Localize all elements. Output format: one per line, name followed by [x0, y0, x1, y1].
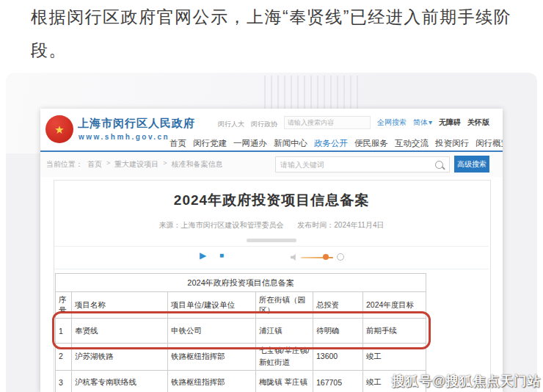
gov-website-screenshot: ★ 上海市闵行区人民政府 www.shmh.gov.cn 闵行人大闵行政协 全网… [40, 109, 503, 392]
care-version-link[interactable]: 关怀版 [467, 117, 489, 128]
table-row: 1奉贤线申铁公司浦江镇待明确前期手续 [56, 319, 426, 344]
breadcrumb: 当前位置：首页>重大建设项目>核准和备案信息 [46, 159, 223, 170]
watermark: 搜狐号@搜狐焦点天门站 [392, 372, 541, 390]
document-meta: 来源：上海市闵行区建设和管理委员会 发布时间：2024年11月4日 [40, 220, 503, 231]
cell-r1-c0: 2 [56, 344, 72, 371]
col-header-5: 2024年度目标 [363, 292, 426, 319]
publish-time-label: 发布时间：2024年11月4日 [297, 221, 384, 229]
col-header-2: 项目单位/建设单位 [168, 292, 256, 319]
player-caption-blur [247, 239, 296, 242]
breadcrumb-bar: 当前位置：首页>重大建设项目>核准和备案信息 高级搜索 [40, 152, 503, 177]
table-row: 3沪杭客专南联络线铁路枢纽指挥部梅陇镇 莘庄镇167705竣工 [56, 370, 426, 392]
cell-r2-c1: 沪杭客专南联络线 [72, 370, 168, 392]
top-search-button[interactable]: 全网搜索 [377, 117, 407, 128]
article-intro: 根据闵行区政府官网公示，上海“奉贤线”已经进入前期手续阶段。 [31, 1, 518, 67]
projects-table-wrap: 2024年政府投资项目信息备案序号项目名称项目单位/建设单位所在街镇（园区）总投… [55, 273, 426, 392]
national-emblem-logo: ★ [45, 115, 73, 143]
cell-r0-c3: 浦江镇 [256, 319, 313, 344]
cell-r0-c0: 1 [56, 319, 72, 344]
nav-item-0[interactable]: 首页 [170, 138, 186, 149]
star-icon: ★ [54, 124, 64, 135]
cell-r1-c4: 13600 [313, 344, 363, 371]
main-nav: 首页闵行党建一网通办新闻中心政务公开便民服务互动交流投资闵行闵行概览 [170, 138, 503, 149]
cell-r2-c3: 梅陇镇 莘庄镇 [256, 370, 313, 392]
table-header-row: 序号项目名称项目单位/建设单位所在街镇（园区）总投资2024年度目标 [56, 292, 426, 319]
table-row: 2沪苏湖铁路铁路枢纽指挥部七宝镇/莘庄镇/新虹街道13600竣工 [56, 344, 426, 371]
document-title: 2024年政府投资项目信息备案 [40, 191, 503, 210]
accessibility-link[interactable]: 无障碍 [439, 117, 461, 128]
breadcrumb-separator: > [106, 159, 110, 170]
cell-r1-c3: 七宝镇/莘庄镇/新虹街道 [256, 344, 313, 371]
table-caption-row: 2024年政府投资项目信息备案 [56, 274, 426, 292]
col-header-1: 项目名称 [72, 292, 168, 319]
keyword-search-box [275, 156, 450, 173]
site-name: 上海市闵行区人民政府 [78, 117, 195, 131]
volume-loud-icon [337, 253, 344, 261]
volume-slider-handle[interactable] [323, 254, 329, 260]
nav-item-3[interactable]: 新闻中心 [274, 138, 307, 149]
search-icon[interactable] [435, 161, 443, 169]
site-url: www.shmh.gov.cn [79, 133, 170, 141]
cell-r1-c1: 沪苏湖铁路 [72, 344, 168, 371]
site-header: ★ 上海市闵行区人民政府 www.shmh.gov.cn 闵行人大闵行政协 全网… [40, 109, 503, 152]
caret-down-icon: ▾ [429, 118, 432, 126]
player-controls: ▶ ■ [54, 247, 489, 267]
breadcrumb-item-0[interactable]: 首页 [87, 159, 102, 170]
cell-r0-c1: 奉贤线 [72, 319, 168, 344]
nav-item-6[interactable]: 互动交流 [395, 138, 429, 149]
top-links: 闵行人大闵行政协 [218, 116, 277, 129]
breadcrumb-label: 当前位置： [46, 159, 83, 170]
nav-item-1[interactable]: 闵行党建 [193, 138, 227, 149]
source-label: 来源：上海市闵行区建设和管理委员会 [159, 221, 284, 229]
nav-item-7[interactable]: 投资闵行 [435, 138, 469, 149]
nav-item-4[interactable]: 政务公开 [314, 138, 348, 149]
projects-table: 2024年政府投资项目信息备案序号项目名称项目单位/建设单位所在街镇（园区）总投… [55, 273, 426, 392]
nav-item-8[interactable]: 闵行概览 [475, 138, 503, 149]
breadcrumb-item-1[interactable]: 重大建设项目 [114, 159, 158, 170]
cell-r2-c0: 3 [56, 370, 72, 392]
cell-r2-c2: 铁路枢纽指挥部 [168, 370, 256, 392]
table-caption: 2024年政府投资项目信息备案 [56, 274, 426, 292]
cell-r2-c4: 167705 [313, 370, 363, 392]
top-link-0[interactable]: 闵行人大 [218, 120, 244, 128]
stop-icon[interactable]: ■ [219, 252, 224, 259]
cell-r0-c2: 申铁公司 [168, 319, 256, 344]
col-header-0: 序号 [56, 292, 72, 319]
keyword-search-input[interactable] [276, 161, 435, 169]
player-divider-bottom [54, 269, 489, 269]
col-header-4: 总投资 [313, 292, 363, 319]
advanced-search-button[interactable]: 高级搜索 [454, 156, 489, 173]
language-select[interactable]: 简体▾ [413, 117, 432, 128]
breadcrumb-item-2: 核准和备案信息 [172, 159, 223, 170]
cell-r0-c4: 待明确 [313, 319, 363, 344]
nav-item-5[interactable]: 便民服务 [354, 138, 388, 149]
play-icon[interactable]: ▶ [200, 251, 206, 260]
top-link-1[interactable]: 闵行政协 [251, 120, 277, 128]
col-header-3: 所在街镇（园区） [256, 292, 313, 319]
cell-r0-c5: 前期手续 [363, 319, 426, 344]
breadcrumb-separator: > [163, 159, 167, 170]
cell-r1-c5: 竣工 [363, 344, 426, 371]
audio-player: ▶ ■ [54, 239, 489, 269]
cell-r1-c2: 铁路枢纽指挥部 [168, 344, 256, 371]
page: 根据闵行区政府官网公示，上海“奉贤线”已经进入前期手续阶段。 ★ 上海市闵行区人… [0, 0, 543, 392]
speaker-icon [291, 254, 297, 261]
nav-item-2[interactable]: 一网通办 [233, 138, 267, 149]
header-top-row: 闵行人大闵行政协 全网搜索 简体▾ 无障碍 关怀版 [218, 116, 489, 129]
top-search-input[interactable] [284, 116, 371, 129]
